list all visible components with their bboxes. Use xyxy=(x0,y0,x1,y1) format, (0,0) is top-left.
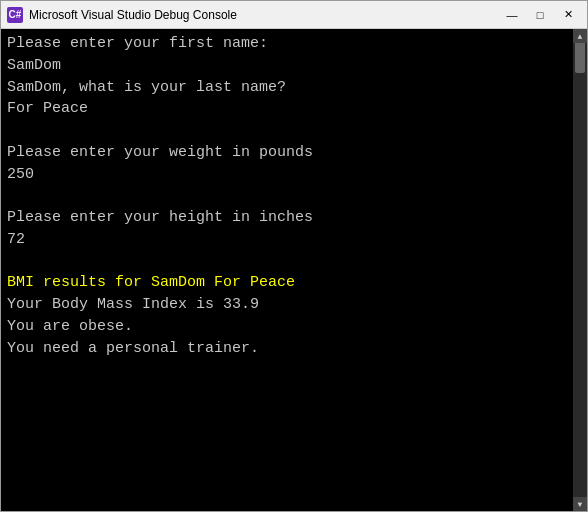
console-output: Please enter your first name: SamDom Sam… xyxy=(7,33,581,359)
console-area: Please enter your first name: SamDom Sam… xyxy=(1,29,587,511)
console-line: SamDom xyxy=(7,57,61,74)
scroll-down-button[interactable]: ▼ xyxy=(573,497,587,511)
console-line: Please enter your first name: xyxy=(7,35,268,52)
title-bar-left: C# Microsoft Visual Studio Debug Console xyxy=(7,7,237,23)
scroll-up-button[interactable]: ▲ xyxy=(573,29,587,43)
console-line: Your Body Mass Index is 33.9 xyxy=(7,296,259,313)
console-line: 72 xyxy=(7,231,25,248)
console-line: For Peace xyxy=(7,100,88,117)
console-line: BMI results for SamDom For Peace xyxy=(7,274,295,291)
console-line: SamDom, what is your last name? xyxy=(7,79,286,96)
window-title: Microsoft Visual Studio Debug Console xyxy=(29,8,237,22)
console-line: Please enter your weight in pounds xyxy=(7,144,313,161)
minimize-button[interactable]: — xyxy=(499,6,525,24)
console-line: Please enter your height in inches xyxy=(7,209,313,226)
title-bar: C# Microsoft Visual Studio Debug Console… xyxy=(1,1,587,29)
close-button[interactable]: ✕ xyxy=(555,6,581,24)
app-window: C# Microsoft Visual Studio Debug Console… xyxy=(0,0,588,512)
app-icon: C# xyxy=(7,7,23,23)
console-line: You need a personal trainer. xyxy=(7,340,259,357)
maximize-button[interactable]: □ xyxy=(527,6,553,24)
console-line: 250 xyxy=(7,166,34,183)
console-line: You are obese. xyxy=(7,318,133,335)
scrollbar[interactable]: ▲ ▼ xyxy=(573,29,587,511)
window-controls: — □ ✕ xyxy=(499,6,581,24)
